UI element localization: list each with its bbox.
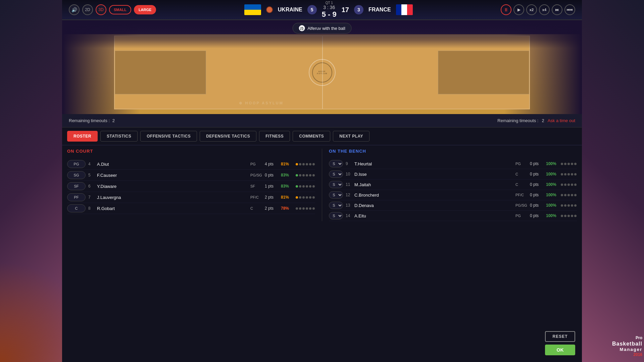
dot <box>309 174 311 176</box>
reset-button[interactable]: RESET <box>545 331 575 342</box>
bench-pos-5: PG <box>515 214 527 218</box>
time-display: 3 : 36 <box>322 5 337 10</box>
france-flag <box>396 4 413 15</box>
bench-name-1: D.Isse <box>354 172 513 177</box>
dot <box>299 196 301 199</box>
flag-red <box>407 4 413 15</box>
dot <box>312 196 315 199</box>
player-pos-select-4[interactable]: CPGSGSFPF <box>67 204 86 212</box>
player-pos-select-0[interactable]: PGSGSFPFC <box>67 160 86 168</box>
team-right-name: FRANCE <box>368 7 391 13</box>
bench-select-5[interactable]: SA <box>329 212 343 219</box>
bench-select-4[interactable]: SA <box>329 202 343 209</box>
player-pos-select-1[interactable]: SGPGSFPFC <box>67 171 86 179</box>
background-right <box>582 0 644 362</box>
view-3d-button[interactable]: 3D <box>96 4 106 15</box>
player-pts-1: 0 pts <box>265 173 278 177</box>
logo-sub: Manager <box>612 347 642 352</box>
player-name-2: Y.Diaware <box>97 184 248 189</box>
dot <box>302 196 305 199</box>
bench-select-3[interactable]: SA <box>329 191 343 199</box>
player-name-0: A.Diut <box>97 162 248 167</box>
team-right-score: 3 <box>354 5 363 14</box>
right-paint <box>438 51 529 94</box>
dot <box>564 163 566 165</box>
speed-x2-button[interactable]: x2 <box>526 4 537 15</box>
bench-section: ON THE BENCH SA 9 T.Heurtal PG 0 pts 100… <box>322 149 577 221</box>
tab-defensive[interactable]: DEFENSIVE TACTICS <box>200 131 256 142</box>
timeout-left-label: Remaining timeouts : <box>69 118 110 123</box>
table-row: SA 12 C.Broncherd PF/C 0 pts 100% <box>329 190 577 200</box>
dot <box>306 207 308 210</box>
dot <box>296 185 298 188</box>
tab-comments[interactable]: COMMENTS <box>293 131 330 142</box>
speed-x4-button[interactable]: x4 <box>539 4 550 15</box>
brand-label: ⊕ HOOP ASYLUM <box>239 101 283 105</box>
dot <box>564 194 566 196</box>
dot <box>574 194 577 196</box>
tab-offensive[interactable]: OFFENSIVE TACTICS <box>140 131 197 142</box>
bench-select-0[interactable]: SA <box>329 160 343 167</box>
play-button[interactable]: ▶ <box>513 4 524 15</box>
tab-nextplay[interactable]: NEXT PLAY <box>333 131 369 142</box>
player-pos-select-2[interactable]: SFPGSGPFC <box>67 182 86 190</box>
dot <box>299 207 301 210</box>
dot <box>571 184 573 186</box>
court-surface: HOOPASYLUM ⊕ HOOP ASYLUM <box>62 20 582 114</box>
dot <box>574 173 577 175</box>
dot <box>567 184 570 186</box>
vs-number: 17 <box>342 6 349 14</box>
dot <box>567 173 570 175</box>
game-logo: Pro Basketball Manager 2016 <box>612 335 642 357</box>
bench-select-1[interactable]: SA <box>329 170 343 178</box>
bench-fitness-3: 100% <box>546 193 558 197</box>
bench-fitness-1: 100% <box>546 172 558 176</box>
tab-fitness[interactable]: FITNESS <box>259 131 290 142</box>
ukraine-flag <box>244 4 261 15</box>
skip-forward-button[interactable]: ⏭ <box>552 4 562 15</box>
team-left-name: UKRAINE <box>278 7 302 13</box>
skip-end-button[interactable]: ⏭⏭ <box>564 4 575 15</box>
bench-pos-3: PF/C <box>515 193 527 197</box>
dot <box>571 215 573 217</box>
timeout-right-label: Remaining timeouts : <box>497 118 538 123</box>
player-dots-0 <box>295 163 315 165</box>
timeout-left-value: 2 <box>112 118 115 123</box>
ask-timeout-link[interactable]: Ask a time out <box>548 118 575 123</box>
player-fitness-1: 83% <box>281 173 293 177</box>
dot <box>296 207 298 210</box>
tab-roster[interactable]: ROSTER <box>67 131 98 142</box>
ok-button[interactable]: OK <box>545 345 575 355</box>
dot <box>571 204 573 207</box>
logo-year: 2016 <box>612 352 642 357</box>
dot <box>561 173 563 175</box>
size-small-button[interactable]: SMALL <box>109 5 131 14</box>
pause-button[interactable]: ⏸ <box>501 4 511 15</box>
score-center: QT 1 3 : 36 5 - 9 <box>322 1 337 19</box>
bench-num-1: 10 <box>346 172 352 176</box>
player-pos-label-4: C <box>250 206 262 210</box>
dot <box>561 194 563 196</box>
view-2d-button[interactable]: 2D <box>82 4 93 15</box>
table-row: PGSGSFPFC 4 A.Diut PG 4 pts 81% <box>67 159 315 170</box>
dot <box>561 204 563 207</box>
player-pts-2: 1 pts <box>265 184 278 189</box>
volume-button[interactable]: 🔊 <box>69 4 80 15</box>
bench-pts-1: 0 pts <box>530 172 543 176</box>
dot <box>567 194 570 196</box>
bench-name-0: T.Heurtal <box>354 161 513 166</box>
bench-fitness-4: 100% <box>546 203 558 208</box>
dot <box>571 163 573 165</box>
size-large-button[interactable]: LARGE <box>134 5 156 14</box>
bench-select-2[interactable]: SA <box>329 181 343 188</box>
tab-statistics[interactable]: STATISTICS <box>100 131 138 142</box>
dot <box>296 163 298 165</box>
dot <box>312 163 315 165</box>
view-controls: 🔊 2D 3D SMALL LARGE <box>69 4 156 15</box>
bench-name-4: D.Denava <box>354 203 513 208</box>
bench-title: ON THE BENCH <box>329 149 577 155</box>
player-num-0: 4 <box>88 162 94 166</box>
bench-name-3: C.Broncherd <box>354 193 513 198</box>
dot <box>302 174 305 176</box>
player-pos-select-3[interactable]: PFPGSGSFC <box>67 193 86 201</box>
